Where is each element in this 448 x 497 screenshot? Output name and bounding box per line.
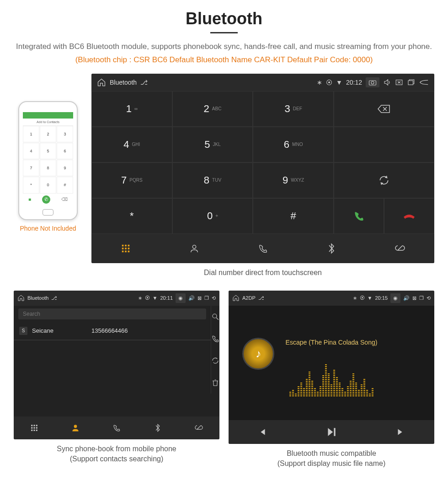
eq-bar	[352, 373, 354, 396]
svg-point-13	[192, 245, 196, 248]
close-window-icon[interactable]	[395, 78, 403, 86]
svg-point-24	[74, 425, 77, 428]
nav-call-log[interactable]	[229, 234, 297, 263]
pb-nav-contacts[interactable]	[55, 416, 96, 439]
recent-apps-icon[interactable]	[407, 78, 415, 86]
volume-icon[interactable]	[383, 78, 391, 86]
eq-bar	[333, 369, 335, 396]
eq-bar	[317, 391, 319, 396]
video-icon: ■	[28, 197, 31, 202]
sync-button[interactable]	[334, 162, 434, 198]
dial-key-1[interactable]: 1∞	[91, 91, 172, 127]
dial-key-5[interactable]: 5JKL	[172, 127, 253, 162]
svg-rect-3	[408, 81, 413, 85]
svg-rect-19	[34, 427, 35, 428]
nav-contacts[interactable]	[160, 234, 229, 263]
hangup-button[interactable]	[384, 198, 434, 234]
eq-bar	[292, 390, 294, 396]
recent-apps-icon[interactable]: ❐	[419, 295, 424, 301]
specs-text: (Bluetooth chip : CSR BC6 Default Blueto…	[14, 55, 434, 65]
dialer-caption: Dial number direct from touchscreen	[91, 269, 434, 277]
camera-icon[interactable]: ◉	[390, 293, 400, 303]
sync-icon[interactable]	[211, 350, 219, 372]
svg-rect-6	[128, 244, 130, 246]
pb-nav-call-log[interactable]	[96, 416, 137, 439]
phone-key: 6	[57, 143, 73, 159]
backspace-button[interactable]	[334, 91, 434, 127]
dial-key-2[interactable]: 2ABC	[172, 91, 253, 127]
dial-key-3[interactable]: 3DEF	[253, 91, 334, 127]
nav-keypad[interactable]	[91, 234, 160, 263]
back-icon[interactable]: ⟲	[427, 295, 431, 301]
camera-icon[interactable]	[366, 77, 379, 87]
home-icon[interactable]	[97, 78, 106, 87]
svg-rect-17	[36, 425, 37, 426]
nav-bluetooth[interactable]	[297, 234, 366, 263]
eq-bar	[363, 378, 365, 396]
phone-key: 4	[23, 143, 39, 159]
eq-bar	[355, 383, 357, 396]
svg-rect-9	[128, 248, 130, 249]
dial-key-4[interactable]: 4GHI	[91, 127, 172, 162]
volume-icon[interactable]: 🔊	[403, 295, 410, 301]
eq-bar	[344, 392, 346, 396]
usb-icon: ⎇	[140, 79, 148, 86]
dial-key-7[interactable]: 7PQRS	[91, 162, 172, 198]
music-status-title: A2DP	[242, 295, 256, 301]
status-title: Bluetooth	[110, 79, 137, 86]
svg-rect-10	[122, 250, 124, 252]
dial-key-9[interactable]: 9WXYZ	[253, 162, 334, 198]
close-window-icon[interactable]: ⊠	[412, 295, 416, 301]
prev-button[interactable]	[257, 427, 267, 437]
home-icon[interactable]	[17, 294, 25, 302]
dial-key-8[interactable]: 8TUV	[172, 162, 253, 198]
back-icon[interactable]: ⟲	[212, 295, 216, 301]
pb-nav-pairing[interactable]	[178, 416, 219, 439]
back-icon[interactable]	[419, 79, 429, 86]
contact-row[interactable]: S Seicane 13566664466	[14, 322, 211, 340]
svg-rect-15	[31, 425, 32, 426]
phone-home-button	[43, 209, 53, 216]
svg-rect-22	[34, 429, 35, 431]
phone-key: 2	[40, 126, 56, 142]
recent-apps-icon[interactable]: ❐	[204, 295, 209, 301]
next-button[interactable]	[395, 427, 405, 437]
home-icon[interactable]	[232, 294, 240, 302]
call-icon[interactable]	[211, 328, 219, 350]
camera-icon[interactable]: ◉	[176, 293, 186, 303]
phone-mockup: Add to Contacts 1 2 3 4 5 6 7 8 9 * 0 #	[18, 101, 78, 220]
svg-rect-11	[125, 250, 127, 252]
dial-key-*[interactable]: *	[91, 198, 172, 234]
eq-bar	[358, 389, 360, 396]
svg-rect-4	[122, 244, 124, 246]
dial-key-#[interactable]: #	[253, 198, 334, 234]
empty-cell	[334, 127, 434, 162]
play-pause-button[interactable]	[325, 426, 337, 438]
eq-bar	[320, 385, 321, 396]
call-button[interactable]	[334, 198, 384, 234]
volume-icon[interactable]: 🔊	[188, 295, 195, 301]
pb-nav-bluetooth[interactable]	[137, 416, 178, 439]
eq-bar	[366, 390, 368, 396]
nav-pairing[interactable]	[366, 234, 434, 263]
phone-key: 7	[23, 160, 39, 176]
usb-icon: ⎇	[51, 295, 57, 301]
search-input[interactable]	[18, 308, 206, 319]
pb-nav-keypad[interactable]	[14, 416, 55, 439]
dialer-keypad: 1∞2ABC3DEF4GHI5JKL6MNO7PQRS8TUV9WXYZ*0+#	[91, 91, 334, 234]
phone-key: 1	[23, 126, 39, 142]
dial-key-6[interactable]: 6MNO	[253, 127, 334, 162]
eq-bar	[372, 387, 373, 396]
eq-bar	[311, 381, 313, 396]
search-icon[interactable]	[211, 306, 219, 328]
phone-key: #	[57, 177, 73, 193]
pb-caption1: Sync phone-book from mobile phone	[14, 445, 219, 453]
close-window-icon[interactable]: ⊠	[197, 295, 202, 301]
dial-key-0[interactable]: 0+	[172, 198, 253, 234]
eq-bar	[339, 383, 341, 396]
music-caption2: (Support display music file name)	[229, 459, 434, 468]
location-icon: ⦿	[326, 79, 332, 86]
wifi-icon: ▼	[336, 79, 342, 86]
delete-icon[interactable]	[211, 372, 219, 394]
svg-rect-16	[34, 425, 35, 426]
